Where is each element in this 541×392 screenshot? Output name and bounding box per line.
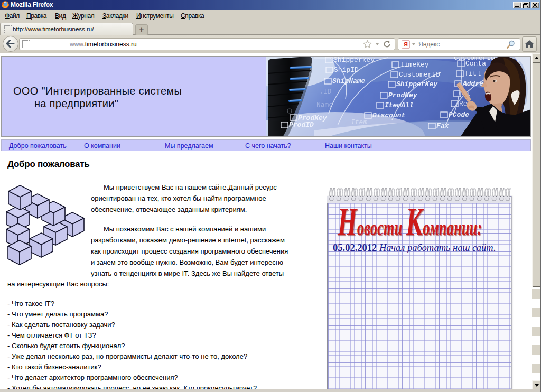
svg-text:ShipperKey: ShipperKey (396, 80, 438, 88)
svg-text:PCode: PCode (449, 111, 469, 119)
svg-text:Conta: Conta (465, 60, 486, 68)
svg-text:ShipID: ShipID (334, 66, 359, 74)
svg-text:ProdID: ProdID (289, 121, 314, 129)
svg-text:ProdKey: ProdKey (388, 91, 418, 99)
svg-text:Shipperkey: Shipperkey (333, 57, 375, 64)
svg-text:ItemAll: ItemAll (385, 101, 414, 109)
svg-text:Fax: Fax (436, 122, 450, 130)
svg-text:Titl: Titl (464, 70, 481, 78)
svg-text:Name: Name (316, 101, 333, 109)
svg-text:Discount: Discount (372, 111, 405, 119)
svg-text:ShipName: ShipName (332, 77, 366, 85)
svg-text:Item: Item (351, 118, 367, 126)
svg-text:Addre: Addre (462, 80, 483, 88)
svg-text:TimeKey: TimeKey (400, 61, 429, 69)
svg-text:CustomerID: CustomerID (399, 71, 440, 79)
svg-text:.ID: .ID (319, 88, 332, 96)
